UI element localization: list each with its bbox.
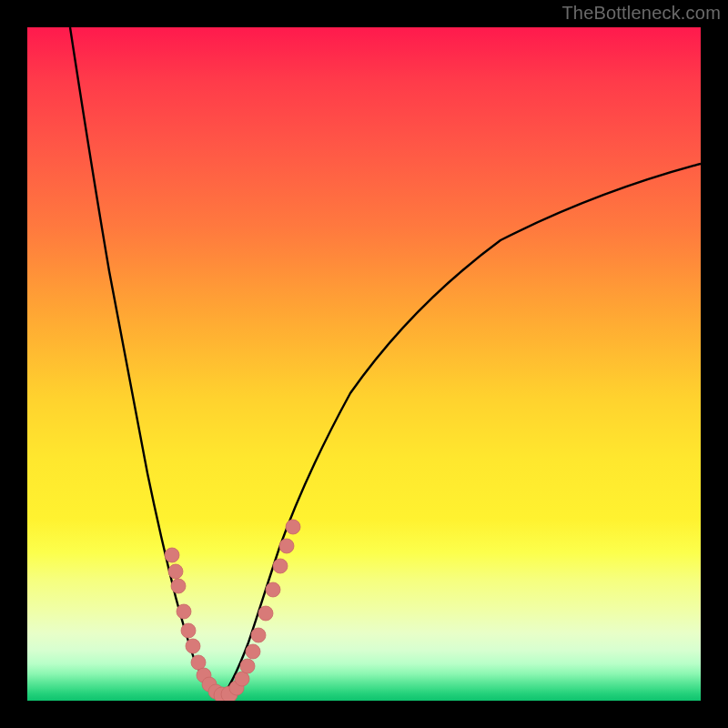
chart-frame: TheBottleneck.com bbox=[0, 0, 728, 728]
marker-dot bbox=[258, 606, 273, 621]
marker-dot bbox=[240, 659, 255, 673]
marker-dot bbox=[186, 639, 200, 653]
marker-dot bbox=[191, 655, 206, 670]
watermark-text: TheBottleneck.com bbox=[561, 3, 721, 24]
marker-dot bbox=[165, 548, 179, 562]
chart-svg bbox=[27, 27, 701, 701]
marker-dot bbox=[251, 628, 266, 642]
marker-dot bbox=[168, 564, 183, 579]
curve-right bbox=[223, 164, 701, 696]
marker-dot bbox=[266, 582, 280, 597]
plot-area bbox=[27, 27, 701, 701]
marker-dot bbox=[286, 520, 300, 534]
marker-dot bbox=[177, 604, 191, 619]
marker-group bbox=[165, 520, 300, 701]
marker-dot bbox=[171, 579, 186, 593]
marker-dot bbox=[279, 539, 294, 553]
marker-dot bbox=[235, 672, 249, 686]
marker-dot bbox=[181, 623, 196, 638]
marker-dot bbox=[273, 559, 288, 573]
curve-left bbox=[70, 27, 223, 696]
marker-dot bbox=[246, 644, 260, 659]
